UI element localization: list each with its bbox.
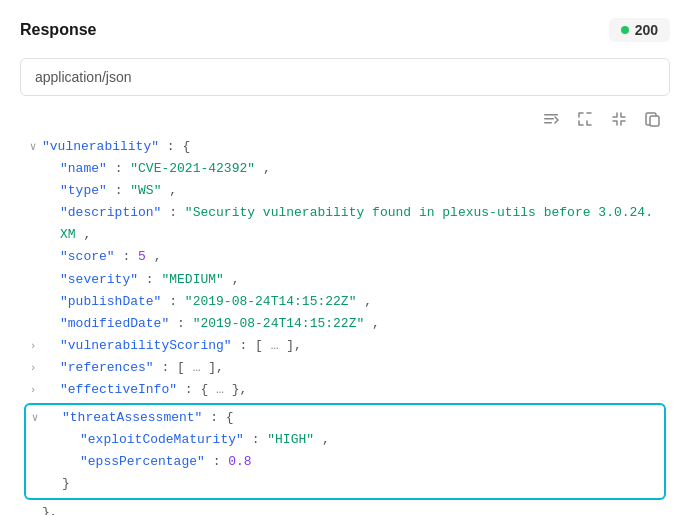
key-description: "description" [60,205,161,220]
collapse-icon [611,111,627,127]
key-effectiveinfo: "effectiveInfo" [60,382,177,397]
json-line-type: "type" : "WS" , [24,180,666,202]
collapse-button[interactable] [606,108,632,130]
expand-button[interactable] [572,108,598,130]
response-panel: Response 200 application/json [0,0,690,515]
wrap-button[interactable] [538,108,564,130]
key-vulnerability: "vulnerability" [42,139,159,154]
expand-vulnscoring-btn[interactable]: › [24,335,42,356]
val-name: "CVE-2021-42392" [130,161,255,176]
val-modifieddate: "2019-08-24T14:15:22Z" [193,316,365,331]
json-line-exploitcodematurity: "exploitCodeMaturity" : "HIGH" , [26,429,664,451]
json-line-threatassessment-close: } [26,473,664,495]
status-dot-icon [621,26,629,34]
toolbar [20,108,670,130]
json-line-publishdate: "publishDate" : "2019-08-24T14:15:22Z" , [24,291,666,313]
json-line-vulnscoring: › "vulnerabilityScoring" : [ … ], [24,335,666,357]
expand-effectiveinfo-btn[interactable]: › [24,379,42,400]
json-line-name: "name" : "CVE-2021-42392" , [24,158,666,180]
json-line-description: "description" : "Security vulnerability … [24,202,666,246]
json-line-threatassessment: ∨ "threatAssessment" : { [26,407,664,429]
val-publishdate: "2019-08-24T14:15:22Z" [185,294,357,309]
json-line-modifieddate: "modifiedDate" : "2019-08-24T14:15:22Z" … [24,313,666,335]
collapse-threatassessment-btn[interactable]: ∨ [26,407,44,428]
key-name: "name" [60,161,107,176]
content-type-bar: application/json [20,58,670,96]
svg-rect-0 [544,114,558,116]
key-severity: "severity" [60,272,138,287]
val-severity: "MEDIUM" [161,272,223,287]
response-title: Response [20,21,96,39]
key-references: "references" [60,360,154,375]
key-vulnscoring: "vulnerabilityScoring" [60,338,232,353]
val-score: 5 [138,249,146,264]
key-modifieddate: "modifiedDate" [60,316,169,331]
collapse-vulnerability-btn[interactable]: ∨ [24,136,42,157]
svg-rect-1 [544,118,554,120]
svg-rect-3 [650,116,659,126]
json-line-vulnerability: ∨ "vulnerability" : { [24,136,666,158]
highlighted-block-threatassessment: ∨ "threatAssessment" : { "exploitCodeMat… [24,403,666,499]
json-line-vulnerability-close: }, [24,502,666,516]
status-code: 200 [635,22,658,38]
json-line-severity: "severity" : "MEDIUM" , [24,269,666,291]
key-epsspercentage: "epssPercentage" [80,454,205,469]
copy-button[interactable] [640,108,666,130]
val-epsspercentage: 0.8 [228,454,251,469]
key-publishdate: "publishDate" [60,294,161,309]
key-exploitcodematurity: "exploitCodeMaturity" [80,432,244,447]
key-score: "score" [60,249,115,264]
copy-icon [645,111,661,127]
json-line-effectiveinfo: › "effectiveInfo" : { … }, [24,379,666,401]
key-type: "type" [60,183,107,198]
expand-icon [577,111,593,127]
val-exploitcodematurity: "HIGH" [267,432,314,447]
json-line-epsspercentage: "epssPercentage" : 0.8 [26,451,664,473]
json-line-references: › "references" : [ … ], [24,357,666,379]
status-badge: 200 [609,18,670,42]
json-line-score: "score" : 5 , [24,246,666,268]
svg-rect-2 [544,122,552,124]
json-viewer: ∨ "vulnerability" : { "name" : "CVE-2021… [20,136,670,515]
response-header: Response 200 [20,18,670,42]
content-type-label: application/json [35,69,132,85]
key-threatassessment: "threatAssessment" [62,410,202,425]
val-type: "WS" [130,183,161,198]
wrap-icon [543,111,559,127]
expand-references-btn[interactable]: › [24,357,42,378]
